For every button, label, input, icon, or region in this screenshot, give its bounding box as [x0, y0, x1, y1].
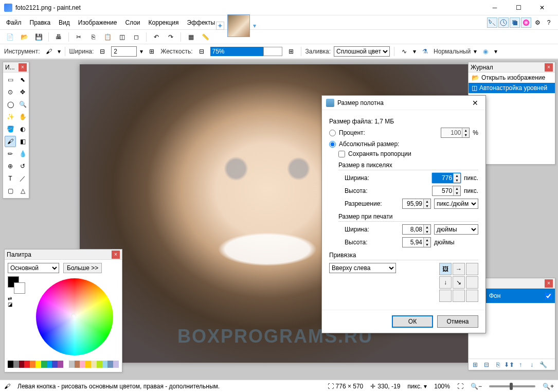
line-tool[interactable]: ／ [17, 173, 28, 184]
width-decrease-icon[interactable]: ⊟ [97, 46, 108, 57]
color-mode-select[interactable]: Основной [8, 263, 59, 273]
height-px-input[interactable]: ▲▼ [432, 186, 461, 196]
color-wheel[interactable] [36, 278, 113, 355]
layer-down-icon[interactable]: ↓ [527, 360, 536, 369]
crop-icon[interactable]: ◫ [116, 31, 128, 43]
pan-tool[interactable]: ✋ [17, 111, 28, 122]
reset-colors-icon[interactable]: ◪ [8, 301, 25, 307]
tools-close-icon[interactable]: × [19, 63, 27, 72]
picker-tool[interactable]: 💧 [17, 148, 28, 159]
thumb-dropdown-icon[interactable]: ▾ [253, 22, 256, 29]
brush-width-input[interactable] [111, 46, 137, 57]
redo-icon[interactable]: ↷ [165, 31, 176, 43]
save-icon[interactable]: 💾 [33, 31, 44, 43]
blend-mode[interactable]: Нормальный [434, 48, 471, 55]
fill-tool[interactable]: 🪣 [5, 123, 16, 135]
menu-effects[interactable]: Эффекты [183, 17, 220, 28]
lasso-tool[interactable]: ⊙ [5, 86, 16, 98]
settings-icon[interactable]: ⚙ [532, 17, 543, 28]
color-swatches[interactable] [8, 276, 25, 294]
resolution-unit-select[interactable]: пикс./дюйм [434, 199, 478, 209]
overwrite-icon[interactable]: ◉ [480, 46, 491, 57]
percent-radio[interactable] [329, 130, 336, 136]
text-tool[interactable]: T [5, 173, 16, 184]
colors-close-icon[interactable]: × [112, 251, 120, 259]
anchor-grid[interactable]: 🖼→ ↓↘ [439, 263, 478, 302]
menu-view[interactable]: Вид [55, 17, 74, 28]
add-layer-icon[interactable]: ⊞ [471, 360, 480, 369]
brush-tool-icon[interactable]: 🖌 [43, 46, 55, 57]
move-tool[interactable]: ✥ [17, 86, 28, 98]
recolor-tool[interactable]: ↺ [17, 161, 28, 172]
ok-button[interactable]: ОК [392, 315, 433, 328]
close-button[interactable]: ✕ [530, 0, 554, 15]
layers-toggle-icon[interactable] [510, 17, 520, 28]
duplicate-layer-icon[interactable]: ⎘ [493, 360, 502, 369]
menu-edit[interactable]: Правка [26, 17, 55, 28]
fit-icon[interactable]: ⛶ [457, 383, 463, 390]
antialias-icon[interactable]: ∿ [399, 46, 410, 57]
zoom-slider[interactable] [489, 385, 535, 387]
rect-tool[interactable]: ▢ [5, 185, 16, 197]
menu-layers[interactable]: Слои [121, 17, 144, 28]
clone-tool[interactable]: ⊕ [5, 161, 16, 172]
width-in-input[interactable]: ▲▼ [402, 224, 431, 235]
help-icon[interactable]: ? [544, 17, 554, 28]
hardness-increase-icon[interactable]: ⊞ [285, 46, 297, 57]
eraser-tool[interactable]: ◧ [17, 136, 28, 147]
status-unit[interactable]: пикс. [407, 383, 422, 390]
move-sel-tool[interactable]: ⬉ [17, 74, 28, 85]
layer-props-icon[interactable]: 🔧 [538, 360, 548, 369]
keep-ratio-checkbox[interactable] [338, 151, 345, 157]
ruler-icon[interactable]: 📏 [200, 31, 211, 43]
zoom-out-icon[interactable]: 🔍− [471, 383, 482, 390]
width-increase-icon[interactable]: ⊞ [146, 46, 157, 57]
layer-up-icon[interactable]: ↑ [516, 360, 525, 369]
colors-toggle-icon[interactable] [521, 17, 531, 28]
rect-select-tool[interactable]: ▭ [5, 74, 16, 85]
wand-tool[interactable]: ✨ [5, 111, 16, 122]
menu-file[interactable]: Файл [2, 17, 26, 28]
layer-visible-checkbox[interactable] [545, 293, 552, 299]
zoom-tool[interactable]: 🔍 [17, 99, 28, 110]
maximize-button[interactable]: ☐ [507, 0, 530, 15]
resolution-input[interactable]: ▲▼ [402, 199, 431, 209]
zoom-in-icon[interactable]: 🔍+ [543, 383, 554, 390]
image-thumb[interactable] [227, 14, 250, 37]
brush-tool[interactable]: 🖌 [5, 136, 16, 147]
dialog-close-icon[interactable]: ✕ [469, 98, 481, 108]
merge-layer-icon[interactable]: ⬇⬆ [505, 360, 514, 369]
history-item[interactable]: 📂Открыть изображение [469, 73, 555, 83]
new-icon[interactable]: 📄 [4, 31, 15, 43]
swap-colors-icon[interactable]: ⇄ [8, 296, 25, 301]
fill-select[interactable]: Сплошной цвет [334, 46, 390, 57]
blend-icon[interactable]: ⚗ [419, 46, 430, 57]
history-item[interactable]: ◫Автонастройка уровней [469, 83, 555, 93]
delete-layer-icon[interactable]: ⊟ [482, 360, 491, 369]
width-px-input[interactable]: ▲▼ [432, 173, 461, 183]
cut-icon[interactable]: ✂ [73, 31, 84, 43]
paste-icon[interactable]: 📋 [102, 31, 113, 43]
status-zoom[interactable]: 100% [434, 383, 450, 390]
palette-strip[interactable] [8, 361, 119, 368]
absolute-radio[interactable] [329, 141, 336, 148]
minimize-button[interactable]: ─ [483, 0, 507, 15]
anchor-select[interactable]: Вверху слева [329, 263, 396, 273]
tools-toggle-icon[interactable] [487, 17, 497, 28]
open-icon[interactable]: 📂 [19, 31, 30, 43]
shape-tool[interactable]: △ [17, 185, 28, 197]
new-image-icon[interactable]: ✦ [216, 22, 224, 30]
ellipse-select-tool[interactable]: ◯ [5, 99, 16, 110]
print-unit-select[interactable]: дюймы [434, 224, 478, 235]
menu-adjust[interactable]: Коррекция [145, 17, 183, 28]
deselect-icon[interactable]: ◻ [131, 31, 142, 43]
print-icon[interactable]: 🖶 [53, 31, 64, 43]
cancel-button[interactable]: Отмена [437, 315, 478, 328]
gradient-tool[interactable]: ◐ [17, 123, 28, 135]
pencil-tool[interactable]: ✏ [5, 148, 16, 159]
height-in-input[interactable]: ▲▼ [402, 237, 431, 247]
more-button[interactable]: Больше >> [63, 263, 102, 273]
menu-image[interactable]: Изображение [74, 17, 121, 28]
history-close-icon[interactable]: × [545, 63, 553, 72]
grid-icon[interactable]: ▦ [185, 31, 196, 43]
